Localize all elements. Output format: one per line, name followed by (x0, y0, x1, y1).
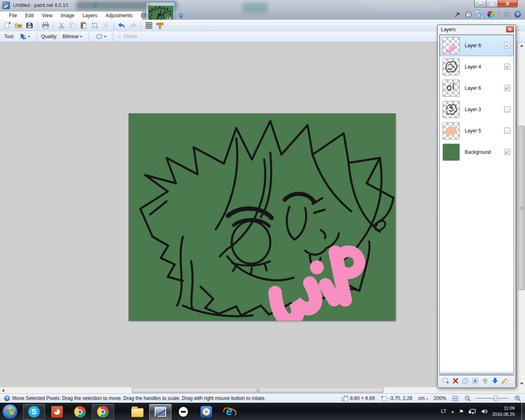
layer-row[interactable]: Background ✓ (440, 142, 514, 163)
delete-layer-button[interactable] (452, 377, 459, 385)
taskbar-item-chrome[interactable] (69, 404, 91, 420)
crop-to-selection-button[interactable] (90, 21, 100, 30)
quality-label: Quality: (41, 34, 58, 39)
taskbar-item-media-player[interactable] (195, 404, 217, 420)
scroll-left-button[interactable] (0, 387, 6, 393)
clock[interactable]: 11:09 2016.08.29 (492, 405, 515, 418)
taskbar-item-recording[interactable] (172, 404, 194, 420)
triangle-left-icon (2, 389, 4, 392)
close-button[interactable] (498, 0, 518, 7)
colors-window-toggle[interactable] (486, 10, 495, 18)
layer-row[interactable]: Layer 6 ✓ (440, 35, 514, 56)
duplicate-layer-button[interactable] (461, 377, 469, 385)
menu-image[interactable]: Image (57, 12, 78, 19)
copy-button[interactable] (68, 21, 78, 30)
layer-row[interactable]: Layer 6 ✓ (440, 78, 514, 99)
language-indicator[interactable]: LT (441, 409, 446, 414)
layer-row[interactable]: Layer 5 ✓ (440, 120, 514, 142)
new-button[interactable] (2, 21, 12, 30)
menu-file[interactable]: File (5, 12, 21, 19)
windows-logo-icon (6, 409, 13, 415)
merge-layer-down-button[interactable] (471, 377, 479, 385)
zoom-in-button[interactable] (514, 395, 521, 402)
move-layer-down-button[interactable] (491, 377, 499, 385)
image-list-dropdown[interactable] (178, 13, 184, 19)
horizontal-scrollbar[interactable] (0, 387, 518, 393)
folder-icon (131, 408, 144, 417)
tools-window-toggle[interactable] (453, 10, 461, 18)
layer-visibility-checkbox[interactable]: ✓ (504, 64, 510, 70)
redo-button[interactable] (128, 21, 138, 30)
paste-button[interactable] (79, 21, 89, 30)
finish-button[interactable]: ✓ Finish (117, 34, 137, 40)
zoom-out-button[interactable] (464, 395, 471, 402)
action-center-flag-icon[interactable]: ⚑ (459, 409, 464, 415)
print-button[interactable] (41, 21, 50, 30)
add-layer-button[interactable] (442, 377, 450, 385)
selection-render-dropdown[interactable]: ▾ (93, 32, 109, 41)
toggle-grid-button[interactable] (144, 21, 154, 30)
menu-edit[interactable]: Edit (21, 12, 38, 19)
open-button[interactable] (14, 21, 23, 30)
unit-dropdown[interactable]: cm ▴ (418, 395, 428, 401)
color-wheel-icon (487, 11, 494, 18)
check-icon: ✓ (505, 43, 509, 48)
deselect-button[interactable] (101, 21, 111, 30)
speaker-icon[interactable] (481, 408, 488, 415)
layer-visibility-checkbox[interactable]: ✓ (504, 85, 510, 91)
layers-window-close-button[interactable] (506, 26, 514, 32)
magnifier-plus-icon (514, 395, 521, 402)
canvas[interactable] (129, 114, 395, 321)
zoom-slider[interactable] (477, 395, 509, 401)
layer-visibility-checkbox[interactable]: ✓ (504, 149, 510, 155)
close-icon (505, 1, 510, 6)
tray-expand-button[interactable]: ▲ (451, 409, 454, 413)
taskbar-item-paintdotnet[interactable] (149, 404, 171, 420)
finish-label: Finish (124, 34, 137, 39)
start-button[interactable] (2, 404, 18, 420)
restore-button[interactable] (486, 0, 498, 7)
zoom-slider-handle[interactable] (494, 395, 498, 401)
vertical-scrollbar[interactable] (518, 42, 525, 387)
layer-thumbnail (443, 122, 460, 139)
taskbar-item-explorer[interactable] (126, 404, 148, 420)
settings-button[interactable] (502, 10, 511, 18)
taskbar-item-skype[interactable]: S (23, 404, 45, 420)
layer-row[interactable]: Layer 3 ✓ (440, 99, 514, 120)
layers-window-titlebar[interactable]: Layers (438, 25, 516, 34)
layer-visibility-checkbox[interactable]: ✓ (504, 128, 510, 134)
scroll-down-button[interactable] (518, 380, 525, 387)
minimize-button[interactable] (474, 0, 486, 7)
menu-view[interactable]: View (38, 12, 57, 19)
taskbar-item-powerpoint[interactable] (46, 404, 68, 420)
toggle-rulers-button[interactable] (155, 21, 165, 30)
cut-button[interactable] (57, 21, 66, 30)
horizontal-scrollbar-thumb[interactable] (132, 388, 383, 393)
menu-layers[interactable]: Layers (78, 12, 101, 19)
network-icon[interactable] (468, 408, 476, 415)
zoom-to-window-button[interactable] (452, 395, 459, 402)
undo-button[interactable] (117, 21, 127, 30)
taskbar-item-chrome-2[interactable] (92, 404, 114, 420)
scroll-up-button[interactable] (518, 42, 525, 49)
history-window-toggle[interactable] (464, 10, 472, 18)
layer-visibility-checkbox[interactable]: ✓ (504, 106, 510, 112)
move-tool-icon (19, 33, 27, 40)
move-layer-up-button[interactable] (481, 377, 489, 385)
taskbar-item-internet-explorer[interactable]: e (218, 404, 240, 420)
chevron-down-icon: ▾ (104, 34, 106, 39)
vertical-scrollbar-thumb[interactable] (518, 126, 525, 290)
layer-row[interactable]: Layer 4 ✓ (440, 56, 514, 78)
internet-explorer-icon: e (223, 406, 235, 418)
save-button[interactable] (25, 21, 34, 30)
show-desktop-button[interactable] (521, 403, 525, 420)
layers-window-toggle[interactable] (475, 10, 484, 18)
tool-selector[interactable]: ▾ (17, 32, 32, 41)
menu-adjustments[interactable]: Adjustments (101, 12, 137, 19)
quality-dropdown[interactable]: Bilinear ▾ (60, 33, 85, 40)
layer-properties-button[interactable] (501, 377, 509, 385)
check-icon: ✓ (505, 64, 509, 69)
help-button[interactable]: ? (514, 10, 522, 18)
layers-window[interactable]: Layers Layer 6 ✓ (437, 25, 516, 388)
layer-visibility-checkbox[interactable]: ✓ (504, 42, 510, 48)
